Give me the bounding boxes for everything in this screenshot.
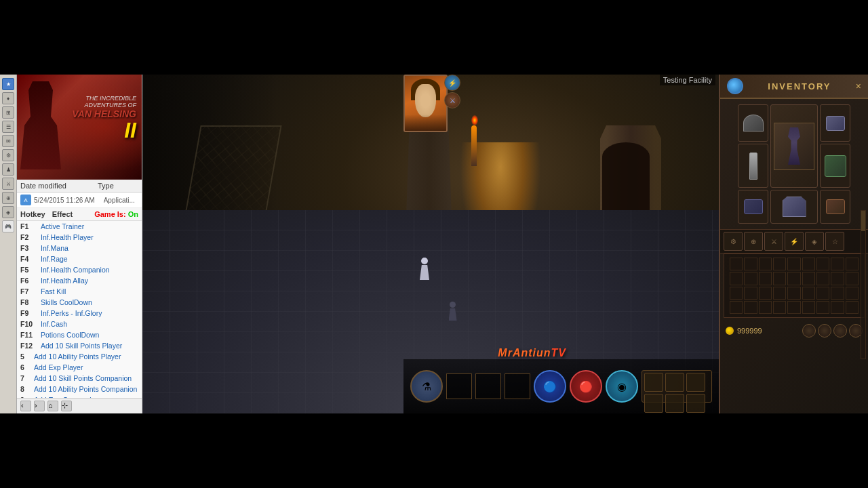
sidebar-icon-trainer[interactable]: 🎮: [2, 220, 14, 232]
ring-slot[interactable]: [738, 190, 768, 224]
sidebar-icon-9[interactable]: ⊕: [2, 192, 14, 204]
grid-cell[interactable]: [744, 272, 757, 285]
grid-cell[interactable]: [773, 272, 786, 285]
inv-icon-2[interactable]: [818, 324, 831, 338]
hud-mini-slot-1[interactable]: [644, 373, 663, 392]
nav-home[interactable]: ⌂: [47, 401, 58, 411]
grid-cell[interactable]: [787, 287, 800, 300]
hotkey-item-7[interactable]: 7 Add 10 Skill Points Companion: [17, 373, 142, 384]
hotkey-item-f10[interactable]: F10 Inf.Cash: [17, 319, 142, 329]
hotkey-item-f4[interactable]: F4 Inf.Rage: [17, 253, 142, 264]
nav-extra[interactable]: ⊹: [61, 401, 72, 411]
grid-cell[interactable]: [802, 258, 815, 270]
grid-cell[interactable]: [831, 272, 844, 285]
hotkey-item-f5[interactable]: F5 Inf.Health Companion: [17, 264, 142, 275]
inventory-close-button[interactable]: ×: [856, 81, 861, 92]
grid-cell[interactable]: [730, 301, 743, 314]
inv-icon-3[interactable]: [833, 324, 847, 338]
hotkey-item-5[interactable]: 5 Add 10 Ability Points Player: [17, 351, 142, 362]
hud-mini-slot-4[interactable]: [644, 394, 663, 413]
shoulder-slot[interactable]: [820, 104, 850, 142]
grid-cell[interactable]: [802, 287, 815, 300]
hotkey-item-6[interactable]: 6 Add Exp Player: [17, 362, 142, 373]
grid-cell[interactable]: [787, 301, 800, 314]
scrollbar-thumb[interactable]: [861, 211, 865, 231]
grid-cell[interactable]: [773, 287, 786, 300]
grid-cell[interactable]: [730, 272, 743, 285]
grid-cell[interactable]: [846, 301, 859, 314]
hotkey-item-f12[interactable]: F12 Add 10 Skill Points Player: [17, 340, 142, 351]
grid-cell[interactable]: [816, 301, 829, 314]
grid-cell[interactable]: [759, 272, 772, 285]
grid-cell[interactable]: [773, 301, 786, 314]
sidebar-icon-star[interactable]: ★: [2, 78, 14, 90]
grid-cell[interactable]: [816, 258, 829, 270]
portrait-icon-bottom[interactable]: ⚔: [444, 92, 460, 108]
sidebar-icon-4[interactable]: ☰: [2, 121, 14, 133]
hotkey-item-f7[interactable]: F7 Fast Kill: [17, 286, 142, 297]
hud-skill-red[interactable]: 🔴: [570, 370, 602, 403]
hud-slot-1[interactable]: [446, 373, 472, 399]
sidebar-icon-6[interactable]: ⚙: [2, 149, 14, 161]
file-entry[interactable]: A Adventures of Van... 5/24/2015 11:26 A…: [17, 192, 142, 208]
character-portrait[interactable]: [403, 75, 448, 132]
sidebar-icon-3[interactable]: ⊞: [2, 106, 14, 119]
hotkey-item-f11[interactable]: F11 Potions CoolDown: [17, 329, 142, 340]
boots-slot[interactable]: [820, 190, 850, 224]
inventory-scrollbar[interactable]: [861, 210, 866, 359]
grid-cell[interactable]: [787, 258, 800, 270]
grid-cell[interactable]: [744, 287, 757, 300]
hotkey-item-f8[interactable]: F8 Skills CoolDown: [17, 297, 142, 308]
hotkey-item-f2[interactable]: F2 Inf.Health Player: [17, 232, 142, 243]
legs-slot[interactable]: [770, 190, 818, 224]
grid-cell[interactable]: [730, 287, 743, 300]
hotkey-item-f9[interactable]: F9 Inf.Perks - Inf.Glory: [17, 308, 142, 319]
grid-cell[interactable]: [744, 258, 757, 270]
hud-mini-slot-5[interactable]: [665, 394, 684, 413]
grid-cell[interactable]: [759, 301, 772, 314]
grid-cell[interactable]: [773, 258, 786, 270]
grid-cell[interactable]: [846, 287, 859, 300]
hud-skill-cyan[interactable]: ◉: [606, 370, 638, 403]
character-slot[interactable]: [770, 104, 818, 188]
sidebar-icon-2[interactable]: ♦: [2, 92, 14, 104]
hud-mini-slot-6[interactable]: [686, 394, 705, 413]
hud-mini-slot-2[interactable]: [665, 373, 684, 392]
hud-skill-1[interactable]: ⚗: [410, 370, 443, 403]
skill-sm-4[interactable]: ⚡: [785, 232, 804, 251]
grid-cell[interactable]: [816, 272, 829, 285]
sidebar-icon-5[interactable]: ✉: [2, 135, 14, 147]
hud-slot-2[interactable]: [475, 373, 501, 399]
grid-cell[interactable]: [846, 272, 859, 285]
grid-cell[interactable]: [816, 287, 829, 300]
grid-cell[interactable]: [730, 258, 743, 270]
grid-cell[interactable]: [744, 301, 757, 314]
right-arm-slot[interactable]: [820, 144, 850, 188]
hotkey-item-f1[interactable]: F1 Active Trainer: [17, 221, 142, 232]
helmet-slot[interactable]: [738, 104, 768, 142]
portrait-icon-top[interactable]: ⚡: [444, 75, 460, 91]
hotkey-item-8[interactable]: 8 Add 10 Ability Points Companion: [17, 384, 142, 394]
hotkey-item-f3[interactable]: F3 Inf.Mana: [17, 243, 142, 253]
skill-sm-5[interactable]: ◈: [805, 232, 824, 251]
grid-cell[interactable]: [759, 287, 772, 300]
sidebar-icon-8[interactable]: ⚔: [2, 178, 14, 190]
skill-sm-1[interactable]: ⚙: [724, 232, 743, 251]
grid-cell[interactable]: [759, 258, 772, 270]
inventory-gem[interactable]: [727, 78, 743, 94]
inv-icon-1[interactable]: [802, 324, 816, 338]
grid-cell[interactable]: [802, 301, 815, 314]
grid-cell[interactable]: [831, 287, 844, 300]
hotkey-item-f6[interactable]: F6 Inf.Health Allay: [17, 275, 142, 286]
grid-cell[interactable]: [787, 272, 800, 285]
skill-sm-2[interactable]: ⊕: [744, 232, 763, 251]
hud-skill-blue[interactable]: 🔵: [534, 370, 566, 403]
hud-mini-slot-3[interactable]: [686, 373, 705, 392]
skill-sm-6[interactable]: ☆: [825, 232, 844, 251]
grid-cell[interactable]: [846, 258, 859, 270]
grid-cell[interactable]: [831, 258, 844, 270]
sidebar-icon-7[interactable]: ♟: [2, 163, 14, 176]
sidebar-icon-10[interactable]: ◈: [2, 206, 14, 218]
left-arm-slot[interactable]: [738, 144, 768, 188]
grid-cell[interactable]: [831, 301, 844, 314]
